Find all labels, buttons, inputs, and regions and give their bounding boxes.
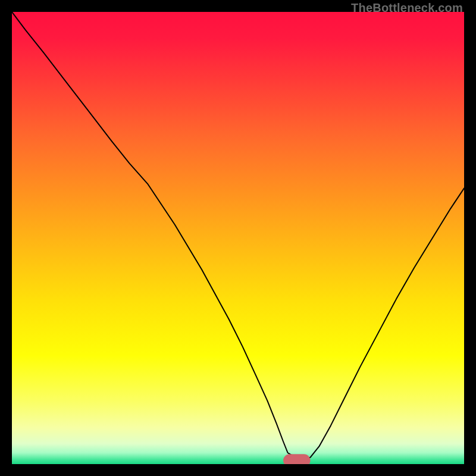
bottleneck-chart <box>12 12 464 464</box>
chart-frame: TheBottleneck.com <box>0 0 476 476</box>
optimal-marker <box>283 454 311 464</box>
chart-background <box>12 12 464 464</box>
